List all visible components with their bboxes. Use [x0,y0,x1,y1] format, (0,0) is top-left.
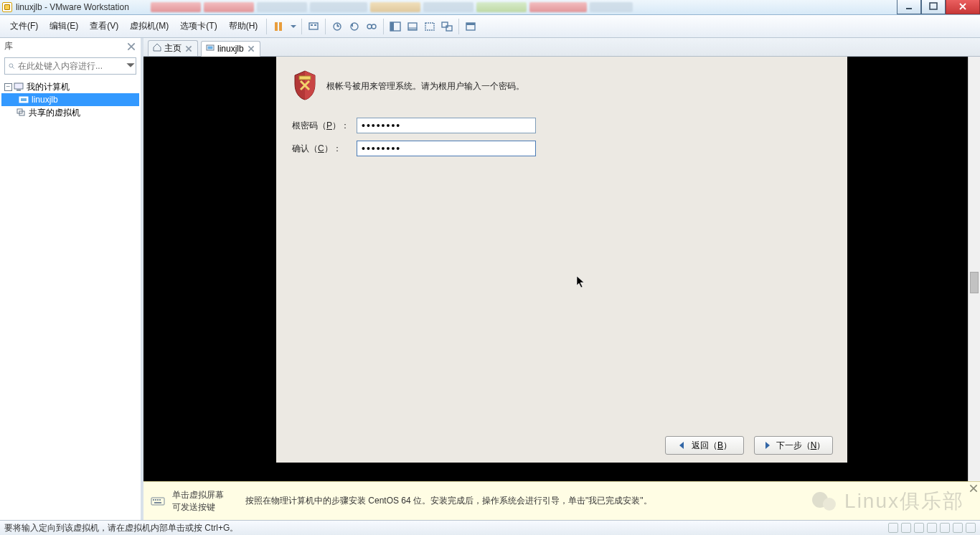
confirm-password-input[interactable] [357,141,536,156]
back-button[interactable]: 返回（B） [665,436,744,455]
tab-label: linuxjlb [217,44,244,54]
library-search-box[interactable] [4,57,136,75]
library-sidebar: 库 − 我的计算机 [0,38,143,520]
svg-rect-15 [425,23,434,30]
home-icon [153,43,161,54]
tree-row-my-computer[interactable]: − 我的计算机 [1,80,139,93]
device-icon[interactable] [888,523,898,533]
confirm-password-label: 确认（C）： [292,143,357,155]
view-library-button[interactable] [462,18,479,35]
svg-rect-35 [154,502,161,503]
view-console-button[interactable] [387,18,404,35]
svg-rect-22 [17,90,21,91]
search-icon [8,61,15,71]
device-icon[interactable] [966,523,976,533]
vm-console-view[interactable]: 根帐号被用来管理系统。请为根用户输入一个密码。 根密码（P）： 确认（C）： [143,57,980,481]
vm-power-dropdown[interactable] [288,18,298,35]
view-fullscreen-button[interactable] [421,18,438,35]
tree-collapse-icon[interactable]: − [4,83,12,91]
scrollbar-thumb[interactable] [970,272,979,293]
computer-icon [14,82,24,92]
menu-view[interactable]: 查看(V) [84,17,124,35]
svg-rect-0 [906,8,912,9]
status-text: 要将输入定向到该虚拟机，请在虚拟机内部单击或按 Ctrl+G。 [4,522,238,534]
tree-row-shared-vms[interactable]: 共享的虚拟机 [1,106,139,119]
device-icon[interactable] [953,523,963,533]
console-black-border [859,57,980,481]
tab-linuxjlb[interactable]: linuxjlb [201,41,260,57]
tree-row-linuxjlb[interactable]: linuxjlb [1,93,139,106]
menu-vm[interactable]: 虚拟机(M) [124,17,174,35]
banner-close-button[interactable] [969,483,979,493]
status-device-icons [888,523,976,533]
svg-rect-19 [466,23,475,25]
next-button[interactable]: 下一步（N） [754,436,833,455]
svg-point-10 [372,24,376,29]
svg-rect-24 [21,98,27,101]
snapshot-revert-button[interactable] [346,18,363,35]
workspace-tabstrip: 主页 linuxjlb [143,38,980,57]
tab-close-button[interactable] [184,44,193,53]
easy-install-banner: 单击虚拟屏幕 可发送按键 按照在物理计算机中的步骤安装 CentOS 64 位。… [143,481,980,520]
device-icon[interactable] [927,523,937,533]
svg-rect-3 [279,22,282,31]
app-icon [2,2,12,12]
search-dropdown-icon[interactable] [126,60,133,72]
window-titlebar: linuxjlb - VMware Workstation [0,0,980,15]
menu-file[interactable]: 文件(F) [4,17,44,35]
root-password-label: 根密码（P）： [292,120,357,132]
device-icon[interactable] [901,523,911,533]
vertical-scrollbar[interactable] [968,57,980,481]
mouse-cursor-icon [576,275,586,288]
banner-lead-line2: 可发送按键 [172,501,224,513]
snapshot-manager-button[interactable] [363,18,380,35]
shared-vm-icon [16,108,26,118]
vm-icon [206,44,215,55]
root-password-form: 根密码（P）： 确认（C）： [292,118,831,156]
svg-rect-14 [408,27,417,30]
svg-rect-2 [275,22,278,31]
window-close-button[interactable] [946,0,980,14]
window-maximize-button[interactable] [921,0,946,14]
menu-help[interactable]: 帮助(H) [223,17,264,35]
sidebar-close-button[interactable] [126,42,136,52]
toolbar-separator [383,19,384,34]
tree-label: 我的计算机 [25,81,71,93]
svg-rect-29 [299,76,311,80]
send-ctrl-alt-del-button[interactable] [305,18,322,35]
tree-label: linuxjlb [30,95,60,105]
svg-point-20 [9,64,13,67]
svg-rect-12 [390,22,394,31]
tab-home[interactable]: 主页 [148,40,198,56]
toolbar-separator [301,19,302,34]
device-icon[interactable] [940,523,950,533]
window-controls [897,0,980,15]
view-unity-button[interactable] [438,18,456,35]
svg-point-37 [823,498,836,511]
vm-icon [19,95,29,105]
window-minimize-button[interactable] [897,0,921,14]
device-icon[interactable] [914,523,924,533]
svg-rect-21 [14,83,23,89]
svg-rect-28 [208,46,213,49]
toolbar-separator [266,19,267,34]
library-search-input[interactable] [18,58,126,74]
menu-tabs[interactable]: 选项卡(T) [174,17,222,35]
toolbar-separator [325,19,326,34]
root-password-input[interactable] [357,118,536,133]
svg-rect-6 [314,24,316,26]
vm-pause-button[interactable] [270,18,287,35]
svg-rect-34 [159,499,161,501]
back-button-label: 返回（B） [692,440,732,452]
svg-rect-31 [153,499,154,501]
menubar: 文件(F) 编辑(E) 查看(V) 虚拟机(M) 选项卡(T) 帮助(H) [0,15,980,38]
centos-installer-window: 根帐号被用来管理系统。请为根用户输入一个密码。 根密码（P）： 确认（C）： [276,57,847,463]
sidebar-title: 库 [4,40,13,52]
snapshot-take-button[interactable] [329,18,346,35]
tree-label: 共享的虚拟机 [27,107,82,119]
toolbar-separator [458,19,459,34]
banner-body-text: 按照在物理计算机中的步骤安装 CentOS 64 位。安装完成后，操作系统会进行… [245,495,652,507]
view-thumbnail-button[interactable] [404,18,421,35]
tab-close-button[interactable] [247,44,255,53]
menu-edit[interactable]: 编辑(E) [44,17,84,35]
